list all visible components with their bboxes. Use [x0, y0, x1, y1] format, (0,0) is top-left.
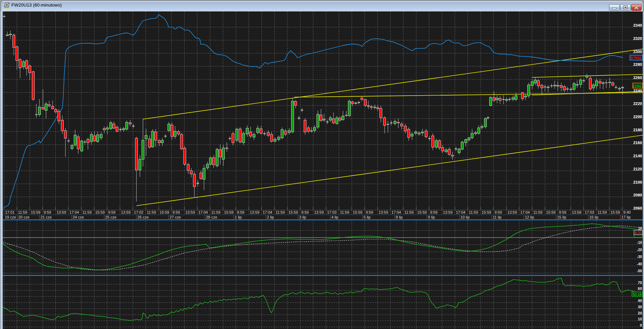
svg-text:15:59: 15:59	[31, 210, 41, 214]
svg-text:17 lip: 17 lip	[621, 215, 630, 219]
svg-text:15:59: 15:59	[546, 210, 556, 214]
svg-text:-40: -40	[637, 262, 642, 266]
svg-text:2080: 2080	[633, 193, 642, 197]
svg-text:9:59: 9:59	[494, 210, 502, 214]
svg-text:5 lip: 5 lip	[364, 215, 370, 219]
svg-text:2120: 2120	[633, 167, 642, 171]
svg-text:2320: 2320	[633, 36, 642, 41]
svg-text:9:59: 9:59	[430, 210, 437, 214]
svg-text:15:59: 15:59	[482, 210, 491, 214]
svg-text:-10: -10	[637, 241, 642, 244]
svg-text:2060: 2060	[633, 206, 642, 210]
svg-text:3 lip: 3 lip	[299, 215, 306, 219]
svg-text:8 lip: 8 lip	[396, 215, 403, 219]
svg-text:2240: 2240	[633, 89, 642, 93]
svg-text:17:04: 17:04	[456, 210, 466, 214]
svg-text:21 cze: 21 cze	[41, 215, 52, 219]
svg-text:25 cze: 25 cze	[105, 215, 116, 219]
svg-text:9:59: 9:59	[301, 210, 308, 214]
svg-text:17:03: 17:03	[585, 210, 594, 214]
svg-text:11:59: 11:59	[598, 210, 607, 214]
svg-text:2100: 2100	[633, 180, 642, 184]
svg-text:20 cze: 20 cze	[18, 215, 29, 219]
svg-text:17:01: 17:01	[5, 210, 15, 214]
svg-text:9:59: 9:59	[108, 210, 115, 214]
svg-text:9:59: 9:59	[44, 210, 51, 214]
svg-text:15:59: 15:59	[95, 210, 105, 214]
svg-text:15:59: 15:59	[224, 210, 234, 214]
svg-text:2200: 2200	[633, 115, 642, 119]
svg-text:15 lip: 15 lip	[557, 215, 566, 219]
svg-text:15:59: 15:59	[160, 210, 169, 214]
svg-text:16 lip: 16 lip	[589, 215, 598, 219]
svg-text:-30: -30	[637, 255, 642, 259]
svg-text:6.31: 6.31	[635, 231, 642, 235]
svg-text:11:59: 11:59	[276, 210, 285, 214]
svg-text:4 lip: 4 lip	[331, 215, 338, 219]
svg-text:11:59: 11:59	[533, 210, 543, 214]
svg-text:11 lip: 11 lip	[493, 215, 501, 219]
svg-text:10 lip: 10 lip	[460, 215, 469, 219]
svg-text:1 lip: 1 lip	[235, 215, 242, 219]
svg-text:9:59: 9:59	[172, 210, 180, 214]
svg-text:0: 0	[640, 323, 642, 327]
svg-text:2260: 2260	[633, 75, 642, 80]
svg-text:40: 40	[638, 299, 642, 303]
svg-text:2300: 2300	[633, 50, 642, 54]
svg-text:11:59: 11:59	[211, 210, 221, 214]
svg-text:97593: 97593	[630, 56, 642, 60]
svg-text:9:40: 9:40	[623, 210, 630, 214]
svg-text:10: 10	[638, 226, 642, 230]
svg-text:13:59: 13:59	[186, 210, 195, 214]
svg-text:13:59: 13:59	[443, 210, 453, 214]
svg-text:9:59: 9:59	[366, 210, 373, 214]
svg-text:2340: 2340	[633, 23, 642, 27]
svg-text:-20: -20	[637, 248, 642, 252]
svg-text:11:59: 11:59	[404, 210, 414, 214]
svg-text:13:59: 13:59	[508, 210, 517, 214]
svg-text:26 cze: 26 cze	[137, 215, 149, 219]
svg-text:2280: 2280	[633, 62, 642, 66]
svg-text:17:04: 17:04	[392, 210, 401, 214]
svg-text:10: 10	[638, 317, 642, 321]
svg-text:53.16: 53.16	[633, 292, 642, 296]
svg-text:13:58: 13:58	[572, 210, 582, 214]
svg-text:17:04: 17:04	[520, 210, 530, 214]
svg-text:-50: -50	[637, 269, 642, 273]
svg-text:2220: 2220	[633, 101, 642, 106]
svg-text:9:59: 9:59	[559, 210, 566, 214]
svg-text:30: 30	[638, 305, 642, 309]
svg-text:15:59: 15:59	[610, 210, 620, 214]
svg-text:20: 20	[638, 311, 642, 315]
svg-text:9 lip: 9 lip	[428, 215, 435, 219]
svg-text:17:04: 17:04	[263, 210, 272, 214]
svg-text:13:59: 13:59	[314, 210, 324, 214]
svg-text:27 cze: 27 cze	[170, 215, 181, 219]
svg-text:2250: 2250	[633, 84, 642, 88]
svg-text:13:59: 13:59	[57, 210, 66, 214]
svg-text:13:59: 13:59	[121, 210, 131, 214]
svg-text:15:59: 15:59	[288, 210, 298, 214]
svg-text:11:59: 11:59	[18, 210, 27, 214]
svg-text:11:59: 11:59	[147, 210, 156, 214]
svg-text:2140: 2140	[633, 154, 642, 158]
svg-text:15:59: 15:59	[417, 210, 427, 214]
svg-text:9:59: 9:59	[237, 210, 244, 214]
svg-text:2160: 2160	[633, 141, 642, 145]
svg-text:13:59: 13:59	[379, 210, 388, 214]
svg-text:15:59: 15:59	[353, 210, 363, 214]
svg-text:17:04: 17:04	[70, 210, 79, 214]
svg-text:11:59: 11:59	[82, 210, 92, 214]
svg-text:60: 60	[638, 286, 642, 291]
svg-text:24 cze: 24 cze	[73, 215, 84, 219]
svg-text:13:59: 13:59	[250, 210, 260, 214]
svg-text:17:03: 17:03	[327, 210, 337, 214]
svg-text:12 lip: 12 lip	[525, 215, 534, 219]
svg-text:28 cze: 28 cze	[206, 215, 217, 219]
svg-text:70: 70	[638, 281, 642, 285]
svg-text:19 cze: 19 cze	[5, 215, 16, 219]
svg-text:17:02: 17:02	[134, 210, 144, 214]
svg-text:11:59: 11:59	[340, 210, 349, 214]
svg-text:2180: 2180	[633, 128, 642, 132]
svg-text:2 lip: 2 lip	[267, 215, 274, 219]
